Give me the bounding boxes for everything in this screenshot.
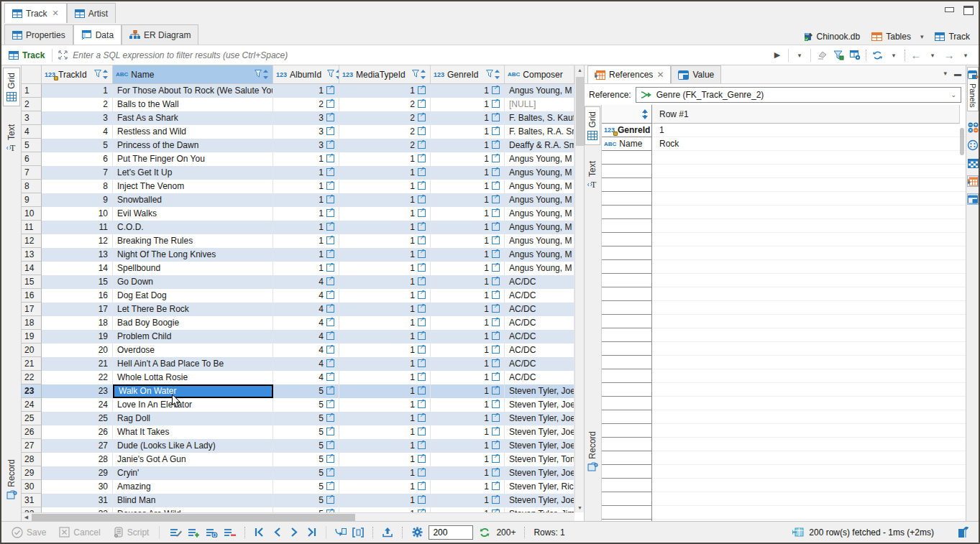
row-number[interactable]: 19: [22, 330, 42, 344]
grid-cell[interactable]: 3: [273, 111, 339, 125]
open-reference-icon[interactable]: [418, 182, 426, 190]
grid-cell[interactable]: Dog Eat Dog: [113, 289, 273, 303]
grid-cell[interactable]: 18: [42, 316, 113, 330]
grid-cell[interactable]: 1: [273, 221, 339, 234]
row-number[interactable]: 30: [22, 480, 42, 494]
open-reference-icon[interactable]: [492, 155, 500, 162]
grid-cell[interactable]: 15: [42, 275, 113, 289]
grid-cell[interactable]: 1: [339, 425, 431, 439]
panel-tab-text-presentation[interactable]: Text T: [585, 157, 600, 193]
grid-cell[interactable]: 1: [339, 371, 431, 384]
panel-empty-key[interactable]: [602, 151, 652, 165]
output-toggle-icon[interactable]: [957, 526, 968, 539]
open-reference-icon[interactable]: [326, 168, 334, 176]
grid-cell[interactable]: 5: [273, 412, 339, 425]
close-icon[interactable]: ✕: [656, 70, 664, 80]
column-header-mediatypeid[interactable]: 123MediaTypeId: [339, 65, 431, 83]
grid-cell[interactable]: 8: [42, 180, 113, 193]
grid-cell[interactable]: 2: [339, 139, 431, 152]
grid-cell[interactable]: 1: [431, 152, 505, 166]
grid-cell[interactable]: 4: [273, 330, 339, 344]
open-reference-icon[interactable]: [418, 359, 426, 367]
grid-cell[interactable]: Steven Tyler, Ton: [505, 453, 574, 466]
refresh-icon[interactable]: [871, 49, 883, 62]
open-reference-icon[interactable]: [326, 496, 334, 504]
grid-cell[interactable]: Angus Young, M: [505, 207, 574, 221]
grid-cell[interactable]: 1: [339, 289, 431, 303]
panel-empty-value[interactable]: [652, 274, 966, 287]
grid-cell[interactable]: 1: [339, 166, 431, 180]
fetch-size-input[interactable]: [429, 525, 473, 540]
panel-empty-key[interactable]: [602, 342, 652, 356]
open-reference-icon[interactable]: [326, 223, 334, 231]
panel-empty-value[interactable]: [652, 397, 966, 410]
grid-cell[interactable]: Steven Tyler, Joe: [505, 425, 574, 439]
row-number[interactable]: 6: [22, 152, 42, 166]
row-number[interactable]: 20: [22, 344, 42, 357]
panel-empty-key[interactable]: [602, 233, 652, 246]
grid-cell[interactable]: 20: [42, 344, 113, 357]
grid-cell[interactable]: 1: [431, 193, 505, 207]
grid-cell[interactable]: 1: [431, 344, 505, 357]
grid-cell[interactable]: Steven Tyler, Rich: [505, 480, 574, 494]
grid-cell[interactable]: 1: [431, 289, 505, 303]
grid-cell[interactable]: 1: [273, 152, 339, 166]
forward-icon[interactable]: →: [943, 49, 955, 62]
grid-cell[interactable]: 1: [431, 234, 505, 248]
open-reference-icon[interactable]: [418, 400, 426, 408]
row-number[interactable]: 28: [22, 453, 42, 466]
grid-cell[interactable]: 1: [431, 439, 505, 453]
open-reference-icon[interactable]: [492, 195, 500, 203]
grid-cell[interactable]: 11: [42, 221, 113, 234]
grid-cell[interactable]: 1: [273, 248, 339, 262]
grid-cell[interactable]: 25: [42, 412, 113, 425]
panel-empty-key[interactable]: [602, 287, 652, 301]
row-number[interactable]: 21: [22, 357, 42, 371]
grid-cell[interactable]: Angus Young, M: [505, 166, 574, 180]
open-reference-icon[interactable]: [492, 455, 500, 463]
open-reference-icon[interactable]: [492, 291, 500, 299]
panel-empty-value[interactable]: [652, 260, 966, 274]
grid-cell[interactable]: 1: [431, 453, 505, 466]
panel-empty-value[interactable]: [652, 492, 966, 506]
panel-empty-value[interactable]: [652, 328, 966, 342]
tab-artist[interactable]: Artist: [67, 3, 116, 23]
row-number[interactable]: 23: [22, 384, 42, 398]
panel-empty-value[interactable]: [652, 356, 966, 369]
grid-cell[interactable]: C.O.D.: [113, 221, 273, 234]
grid-cell[interactable]: 1: [339, 152, 431, 166]
grid-cell[interactable]: Amazing: [113, 480, 273, 494]
next-row-icon[interactable]: [288, 526, 300, 539]
grid-cell[interactable]: Love In An Elevator: [113, 398, 273, 412]
open-reference-icon[interactable]: [326, 100, 334, 108]
grid-cell[interactable]: 1: [431, 125, 505, 139]
panel-empty-key[interactable]: [602, 424, 652, 438]
open-reference-icon[interactable]: [418, 332, 426, 340]
panel-empty-value[interactable]: [652, 465, 966, 479]
grid-cell[interactable]: 1: [431, 480, 505, 494]
row-number[interactable]: 10: [22, 207, 42, 221]
grid-cell[interactable]: Put The Finger On You: [113, 152, 273, 166]
panel-empty-key[interactable]: [602, 219, 652, 233]
grid-cell[interactable]: [NULL]: [505, 98, 574, 111]
grid-cell[interactable]: 4: [273, 344, 339, 357]
open-reference-icon[interactable]: [492, 387, 500, 395]
grouping-panel-icon[interactable]: [967, 139, 979, 151]
grid-cell[interactable]: 5: [273, 384, 339, 398]
panel-empty-value[interactable]: [652, 246, 966, 260]
panel-tab-record-presentation[interactable]: Record: [585, 427, 600, 476]
grid-cell[interactable]: 1: [431, 98, 505, 111]
open-reference-icon[interactable]: [418, 318, 426, 326]
add-row-icon[interactable]: [188, 526, 200, 539]
value-panel-icon[interactable]: [967, 193, 979, 205]
panel-minimize-icon[interactable]: ▬: [954, 70, 961, 78]
grid-cell[interactable]: 30: [42, 480, 113, 494]
grid-cell[interactable]: Blind Man: [113, 494, 273, 507]
grid-cell[interactable]: Angus Young, M: [505, 84, 574, 98]
grid-cell[interactable]: 1: [431, 262, 505, 275]
refresh-chevron-icon[interactable]: ▾: [888, 49, 899, 62]
vertical-scrollbar[interactable]: ▲ ▼: [574, 65, 584, 512]
grid-cell[interactable]: 1: [431, 357, 505, 371]
horizontal-scroll-thumb[interactable]: [32, 514, 355, 521]
grid-cell[interactable]: 1: [339, 180, 431, 193]
